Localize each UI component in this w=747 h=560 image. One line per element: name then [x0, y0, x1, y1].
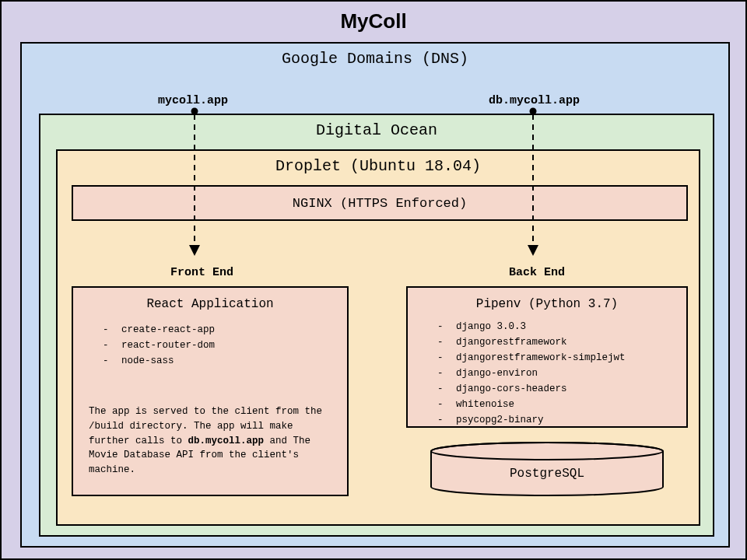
list-item: node-sass — [103, 353, 331, 369]
diagram-title: MyColl — [2, 9, 745, 33]
domain-left: mycoll.app — [158, 94, 228, 107]
list-item: whitenoise — [437, 397, 671, 412]
domain-right: db.mycoll.app — [489, 94, 580, 107]
dns-title: Google Domains (DNS) — [22, 50, 728, 68]
droplet-title: Droplet (Ubuntu 18.04) — [58, 157, 699, 175]
pipenv-packages: django 3.0.3djangorestframeworkdjangores… — [423, 319, 671, 428]
react-note: The app is served to the client from the… — [89, 404, 331, 478]
digital-ocean-box: Digital Ocean Droplet (Ubuntu 18.04) NGI… — [39, 114, 714, 537]
backend-label: Back End — [509, 266, 565, 279]
list-item: react-router-dom — [103, 338, 331, 353]
react-box: React Application create-react-appreact-… — [72, 286, 349, 496]
dns-box: Google Domains (DNS) mycoll.app db.mycol… — [20, 42, 730, 548]
react-title: React Application — [89, 297, 331, 311]
droplet-box: Droplet (Ubuntu 18.04) NGINX (HTTPS Enfo… — [56, 149, 700, 526]
database-cylinder: PostgreSQL — [430, 442, 665, 496]
database-label: PostgreSQL — [430, 467, 665, 481]
list-item: create-react-app — [103, 322, 331, 338]
list-item: django-cors-headers — [437, 381, 671, 397]
list-item: djangorestframework-simplejwt — [437, 350, 671, 366]
list-item: djangorestframework — [437, 334, 671, 350]
digital-ocean-title: Digital Ocean — [40, 121, 713, 139]
nginx-label: NGINX (HTTPS Enforced) — [293, 196, 467, 211]
outer-container: MyColl Google Domains (DNS) mycoll.app d… — [0, 0, 747, 560]
frontend-label: Front End — [170, 266, 233, 279]
list-item: django-environ — [437, 366, 671, 381]
list-item: django 3.0.3 — [437, 319, 671, 334]
nginx-box: NGINX (HTTPS Enforced) — [72, 185, 688, 221]
list-item: psycopg2-binary — [437, 412, 671, 428]
pipenv-box: Pipenv (Python 3.7) django 3.0.3djangore… — [406, 286, 688, 428]
pipenv-title: Pipenv (Python 3.7) — [423, 297, 671, 311]
react-packages: create-react-appreact-router-domnode-sas… — [89, 322, 331, 369]
react-note-bold: db.mycoll.app — [188, 436, 265, 446]
